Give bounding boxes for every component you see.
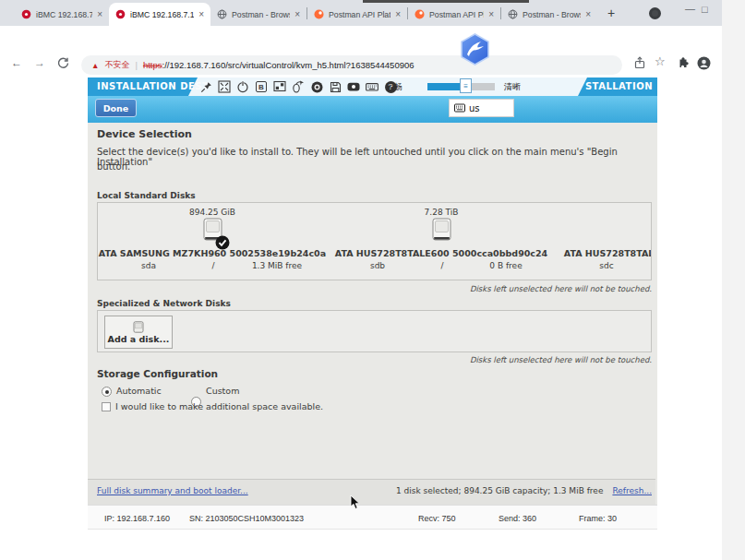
disk-name: ATA SAMSUNG MZ7KH960 5002538e19b24c0a <box>99 248 326 258</box>
postman-favicon <box>415 9 425 19</box>
status-ip: IP: 192.168.7.160 <box>104 514 170 523</box>
add-disk-label: Add a disk... <box>108 334 170 344</box>
keyboard-layout-value: us <box>469 103 480 113</box>
bird-hexagon-logo[interactable] <box>458 32 492 66</box>
slider-right-label: 清晰 <box>504 81 521 93</box>
selected-check-icon <box>215 235 230 250</box>
tab-ibmc-1[interactable]: iBMC 192.168.7.160 × <box>15 3 109 26</box>
share-icon[interactable] <box>633 56 646 69</box>
additional-space-checkbox[interactable] <box>102 402 111 411</box>
ibmc-favicon <box>21 9 31 19</box>
disk-details: sda/1.3 MiB free <box>98 261 327 270</box>
new-tab-button[interactable]: + <box>601 3 621 23</box>
slider-left-label: 流畅 <box>386 81 403 93</box>
globe-icon <box>217 9 227 19</box>
close-icon[interactable]: × <box>97 9 102 19</box>
screen: iBMC 192.168.7.160 × iBMC 192.168.7.160 … <box>0 0 745 560</box>
page-title: Device Selection <box>97 128 192 140</box>
local-disks-panel: 894.25 GiB ATA SAMSUNG MZ7KH960 5002538e… <box>97 202 652 280</box>
description-line1: Select the device(s) you'd like to insta… <box>97 147 657 167</box>
tab-title: Postman - Browser <box>232 10 290 19</box>
tab-ibmc-2-active[interactable]: iBMC 192.168.7.160 × <box>109 3 210 26</box>
description-line2: button. <box>97 161 130 172</box>
boot-option-icon[interactable]: B <box>255 80 268 94</box>
close-icon[interactable]: × <box>198 9 204 19</box>
disk-row: 894.25 GiB ATA SAMSUNG MZ7KH960 5002538e… <box>98 203 651 270</box>
small-disk-icon <box>133 321 144 333</box>
close-icon[interactable]: × <box>585 9 591 19</box>
disk-summary-link[interactable]: Full disk summary and boot loader... <box>97 486 248 495</box>
tab-title: Postman API Platform <box>329 10 391 19</box>
radio-custom-label[interactable]: Custom <box>206 386 239 396</box>
screen-split-icon[interactable] <box>273 80 286 94</box>
done-button[interactable]: Done <box>95 99 137 117</box>
address-bar-row: ← → ▲ 不安全 | https://192.168.7.160/src/vi… <box>0 26 722 52</box>
tab-title: iBMC 192.168.7.160 <box>130 10 194 19</box>
tab-postman-browser-2[interactable]: Postman - Browser × <box>501 3 597 26</box>
browser-profile-icon[interactable] <box>649 7 661 19</box>
status-recv: Recv: 750 <box>418 514 456 523</box>
unselected-note-2: Disks left unselected here will not be t… <box>470 355 652 364</box>
keyboard-layout-indicator[interactable]: us <box>449 99 514 117</box>
radio-automatic[interactable] <box>102 387 112 397</box>
warning-icon: ▲ <box>91 61 99 70</box>
unselected-note-1: Disks left unselected here will not be t… <box>470 284 652 293</box>
disk-details: sdb/0 B free <box>327 261 556 270</box>
disk-name: ATA HUS728T8TALE600 5000cca0bbd90c24 <box>564 248 652 258</box>
additional-space-label[interactable]: I would like to make additional space av… <box>115 401 323 411</box>
record-icon[interactable] <box>310 80 323 94</box>
disk-sda[interactable]: 894.25 GiB ATA SAMSUNG MZ7KH960 5002538e… <box>98 203 327 270</box>
window-top-edge <box>363 0 529 3</box>
storage-config-title: Storage Configuration <box>97 368 218 379</box>
pin-icon[interactable] <box>199 80 212 94</box>
desktop-edge-strip <box>722 0 745 560</box>
refresh-link[interactable]: Refresh... <box>612 486 652 495</box>
local-disks-title: Local Standard Disks <box>97 191 196 200</box>
not-secure-label[interactable]: 不安全 <box>104 59 129 71</box>
kvm-toolbar-icons: B ? <box>199 79 397 94</box>
kvm-status-bar: IP: 192.168.7.160 SN: 2103050CSH10M30013… <box>88 505 657 530</box>
video-icon[interactable] <box>347 80 360 94</box>
quality-slider-fill <box>427 83 463 90</box>
tab-title: iBMC 192.168.7.160 <box>36 10 92 19</box>
close-icon[interactable]: × <box>294 9 300 19</box>
minimize-icon[interactable]: — <box>685 3 695 14</box>
save-icon[interactable] <box>329 80 342 94</box>
extensions-icon[interactable] <box>676 56 689 69</box>
fullscreen-icon[interactable] <box>218 80 231 94</box>
installer-title-right: STALLATION <box>585 81 653 91</box>
keyboard-layout-icon <box>454 103 465 113</box>
add-disk-button[interactable]: Add a disk... <box>104 316 173 349</box>
keyboard-icon[interactable] <box>366 80 379 94</box>
tab-postman-api-1[interactable]: Postman API Platform × <box>307 3 407 26</box>
status-sn: SN: 2103050CSH10M3001323 <box>189 514 304 523</box>
tab-postman-api-2[interactable]: Postman API Platform × <box>408 3 500 26</box>
specialized-disks-title: Specialized & Network Disks <box>97 299 231 308</box>
status-send: Send: 360 <box>499 514 536 523</box>
disk-size: 894.25 GiB <box>189 208 235 217</box>
disk-icon <box>432 218 451 242</box>
radio-automatic-label[interactable]: Automatic <box>116 386 162 396</box>
globe-icon <box>508 9 518 19</box>
quality-slider-handle[interactable]: ≡ <box>460 78 472 93</box>
close-icon[interactable]: × <box>488 9 494 19</box>
mouse-icon[interactable] <box>292 80 305 94</box>
reload-icon[interactable] <box>57 57 69 69</box>
disk-sdb[interactable]: 7.28 TiB ATA HUS728T8TALE600 5000cca0bbd… <box>327 203 556 270</box>
power-icon[interactable] <box>236 80 249 94</box>
back-icon[interactable]: ← <box>11 56 22 69</box>
disk-size: 7.28 TiB <box>425 208 459 217</box>
bookmark-star-icon[interactable]: ☆ <box>655 54 666 68</box>
status-frame: Frame: 30 <box>579 514 617 523</box>
postman-favicon <box>314 9 324 19</box>
close-icon[interactable]: × <box>395 9 401 19</box>
url-bar[interactable]: ▲ 不安全 | https://192.168.7.160/src/virtua… <box>81 55 622 75</box>
disk-sdc[interactable]: 7.28 TiB ATA HUS728T8TALE600 5000cca0bbd… <box>556 203 652 270</box>
forward-icon[interactable]: → <box>34 56 45 69</box>
avatar-icon[interactable] <box>697 56 711 70</box>
disk-name: ATA HUS728T8TALE600 5000cca0bbd90c24 <box>335 248 547 258</box>
maximize-icon[interactable]: □ <box>702 4 708 15</box>
tab-postman-browser-1[interactable]: Postman - Browser × <box>210 3 306 26</box>
browser-tab-strip: iBMC 192.168.7.160 × iBMC 192.168.7.160 … <box>0 0 722 26</box>
installer-content: Device Selection Select the device(s) yo… <box>88 123 657 505</box>
